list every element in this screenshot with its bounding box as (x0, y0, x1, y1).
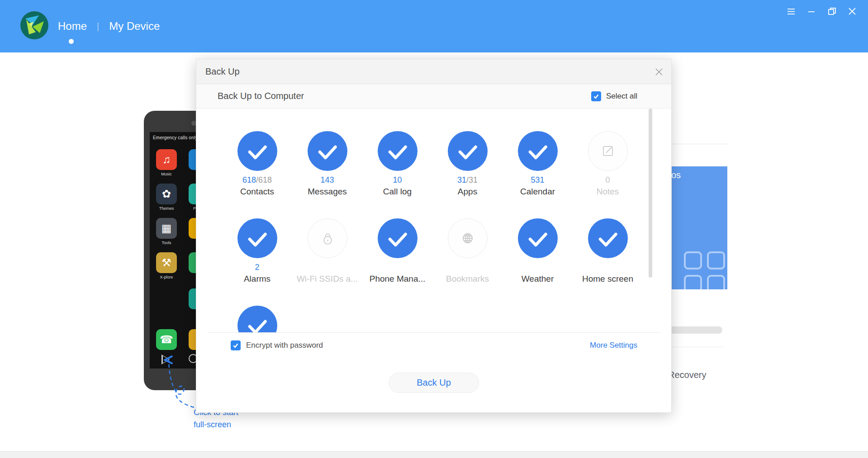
phone-app-icon: ☎ (156, 329, 177, 350)
item-label: Alarms (244, 274, 270, 284)
backup-button[interactable]: Back Up (389, 373, 479, 393)
more-settings-link[interactable]: More Settings (590, 341, 637, 350)
checked-circle-icon[interactable] (588, 218, 628, 258)
feature-card-title-fragment: os (671, 170, 681, 180)
checked-circle-icon[interactable] (237, 218, 277, 258)
dialog-subheader: Back Up to Computer Select all (196, 84, 671, 109)
item-label: Messages (308, 187, 347, 197)
item-count: 31/31 (457, 175, 478, 185)
tab-home[interactable]: Home (58, 20, 87, 33)
backup-item-bookmarks[interactable]: Bookmarks (432, 218, 503, 306)
restore-button[interactable] (827, 6, 837, 16)
checked-circle-icon[interactable] (518, 218, 558, 258)
checked-circle-icon[interactable] (308, 131, 347, 171)
backup-target-label: Back Up to Computer (218, 91, 304, 101)
item-label: Phone Mana... (370, 274, 426, 284)
checked-circle-icon[interactable] (378, 218, 417, 258)
item-label: Contacts (240, 187, 274, 197)
item-label: Home screen (582, 274, 633, 284)
globe-icon[interactable] (448, 218, 488, 258)
backup-item-partial[interactable] (222, 306, 292, 332)
item-label: Bookmarks (446, 274, 489, 284)
top-bar: Home | My Device (0, 0, 868, 52)
item-count: 531 (531, 175, 544, 185)
backup-item-weather[interactable]: Weather (503, 218, 573, 306)
encrypt-checkbox[interactable]: Encrypt with password (231, 340, 323, 350)
select-all-label: Select all (606, 92, 637, 101)
item-label: Apps (458, 187, 477, 197)
phone-app-label: X-plore (153, 275, 180, 279)
phone-app-icon-themes: ✿ (156, 184, 177, 204)
item-count: 10 (393, 175, 402, 185)
item-count: 143 (320, 175, 334, 185)
active-tab-indicator (69, 39, 74, 44)
notes-icon[interactable] (588, 131, 628, 171)
item-label: Calendar (520, 187, 555, 197)
item-count: 618/618 (242, 175, 272, 185)
backup-item-contacts[interactable]: 618/618Contacts (222, 131, 292, 218)
dialog-scrollbar[interactable] (649, 109, 652, 278)
backup-item-call-log[interactable]: 10Call log (362, 131, 432, 218)
dialog-close-icon[interactable] (652, 65, 666, 79)
dialog-options-row: Encrypt with password More Settings (207, 332, 660, 358)
phone-status-text: Emergency calls only (153, 135, 197, 140)
app-window: os Recovery Emergency calls only ♫MusicV… (0, 0, 868, 458)
app-logo-icon (20, 11, 49, 40)
tab-separator: | (97, 21, 99, 32)
item-count: 0 (605, 175, 610, 185)
dialog-titlebar: Back Up (196, 59, 671, 84)
backup-item-home-screen[interactable]: Home screen (573, 218, 643, 306)
menu-icon[interactable] (786, 6, 796, 16)
phone-app-icon-x-plore: ⚒ (156, 252, 177, 273)
checked-circle-icon[interactable] (518, 131, 558, 171)
item-label: Weather (522, 274, 554, 284)
data-recovery-label: Recovery (668, 370, 706, 380)
tab-my-device[interactable]: My Device (109, 20, 160, 33)
apps-grid-icon (684, 251, 727, 293)
backup-item-apps[interactable]: 31/31Apps (432, 131, 503, 218)
lock-icon[interactable] (308, 218, 347, 258)
phone-app-label: Tools (153, 241, 180, 245)
item-label: Wi-Fi SSIDs a... (297, 274, 358, 284)
checkbox-checked-icon[interactable] (231, 340, 241, 350)
backup-item-calendar[interactable]: 531Calendar (503, 131, 573, 218)
backup-item-notes[interactable]: 0Notes (573, 131, 643, 218)
phone-app-icon-music: ♫ (156, 149, 177, 170)
backup-item-phone-mana[interactable]: Phone Mana... (362, 218, 432, 306)
item-label: Notes (597, 187, 619, 197)
bottom-status-strip (0, 451, 868, 458)
minimize-button[interactable] (806, 6, 816, 16)
checked-circle-icon[interactable] (378, 131, 417, 171)
close-button[interactable] (847, 6, 857, 16)
checkbox-checked-icon[interactable] (591, 91, 601, 101)
item-label: Call log (383, 187, 412, 197)
select-all-checkbox[interactable]: Select all (591, 84, 637, 109)
phone-app-icon-tools: ▦ (156, 218, 177, 239)
item-count: 2 (255, 262, 259, 273)
backup-item-alarms[interactable]: 2Alarms (222, 218, 292, 306)
phone-app-label: Themes (153, 206, 180, 211)
backup-items-scroll-area: 618/618Contacts143Messages10Call log31/3… (196, 109, 671, 332)
backup-dialog: Back Up Back Up to Computer Select all 6… (196, 59, 672, 413)
phone-app-label: Music (153, 172, 180, 176)
backup-item-wi-fi-ssids-a[interactable]: Wi-Fi SSIDs a... (292, 218, 362, 306)
checked-circle-icon[interactable] (237, 306, 277, 332)
dialog-title: Back Up (205, 66, 240, 77)
checked-circle-icon[interactable] (448, 131, 488, 171)
encrypt-label: Encrypt with password (246, 341, 323, 350)
checked-circle-icon[interactable] (237, 131, 277, 171)
backup-item-messages[interactable]: 143Messages (292, 131, 362, 218)
